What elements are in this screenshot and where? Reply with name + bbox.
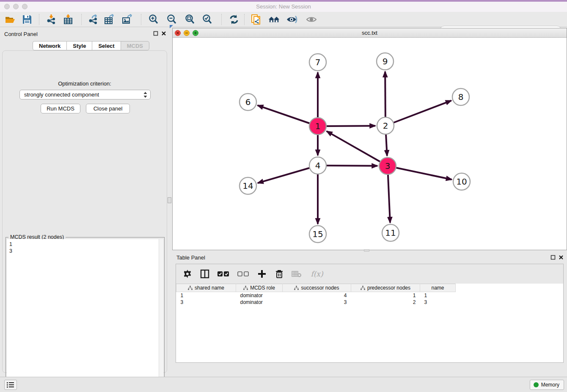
graph-node[interactable]: 4 — [309, 157, 326, 174]
delete-column-trash-icon[interactable] — [274, 268, 285, 279]
tab-network[interactable]: Network — [33, 41, 67, 50]
float-panel-icon[interactable] — [153, 31, 158, 36]
import-network-icon[interactable] — [46, 14, 58, 25]
graph-node[interactable]: 7 — [309, 54, 326, 71]
table-cell[interactable]: 1 — [420, 292, 456, 299]
run-mcds-button[interactable]: Run MCDS — [41, 104, 80, 113]
deselect-all-rows-icon[interactable] — [237, 268, 250, 279]
control-panel-tabs: Network Style Select MCDS — [33, 41, 149, 50]
window-titlebar: Session: New Session — [0, 0, 567, 12]
home-icon[interactable] — [268, 14, 280, 25]
column-header[interactable]: MCDS role — [236, 284, 283, 292]
node-table: shared nameMCDS rolesuccessor nodesprede… — [176, 284, 563, 306]
column-header[interactable]: predecessor nodes — [351, 284, 420, 292]
table-header-row[interactable]: shared nameMCDS rolesuccessor nodesprede… — [176, 284, 564, 292]
control-panel: Control Panel Network Style Select MCDS … — [0, 28, 170, 375]
task-list-button[interactable] — [4, 380, 17, 390]
horizontal-splitter-grip[interactable] — [364, 249, 369, 251]
zoom-fit-icon[interactable] — [184, 14, 196, 25]
mcds-result-line: 1 — [9, 241, 161, 248]
graph-node[interactable]: 6 — [239, 94, 256, 110]
dropdown-stepper-icon — [143, 91, 148, 98]
toolbar-separator — [244, 14, 245, 25]
table-cell[interactable]: 1 — [176, 292, 236, 299]
table-row[interactable]: 1dominator411 — [176, 292, 564, 299]
table-cell[interactable]: dominator — [236, 292, 283, 299]
network-window-titlebar: scc.txt — [173, 28, 567, 38]
zoom-out-icon[interactable] — [166, 14, 178, 25]
table-panel-body: f(x) shared nameMCDS rolesuccessor nodes… — [176, 264, 564, 363]
table-row[interactable]: 3dominator323 — [176, 299, 564, 306]
table-toolbar: f(x) — [176, 264, 563, 284]
save-session-icon[interactable] — [21, 14, 33, 25]
table-cell[interactable]: dominator — [236, 299, 283, 306]
toolbar-separator — [81, 14, 82, 25]
table-cell[interactable]: 1 — [351, 292, 420, 299]
float-table-panel-icon[interactable] — [550, 255, 556, 260]
optimization-criterion-label: Optimization criterion: — [3, 80, 167, 87]
tab-select[interactable]: Select — [92, 41, 121, 50]
network-canvas[interactable]: 7968124314101511 — [173, 38, 567, 250]
zoom-selected-icon[interactable] — [201, 14, 213, 25]
graph-node[interactable]: 2 — [377, 117, 394, 134]
zoom-in-icon[interactable] — [148, 14, 160, 25]
node-label: 11 — [385, 228, 396, 238]
graph-node[interactable]: 15 — [309, 226, 326, 243]
column-header[interactable]: successor nodes — [283, 284, 351, 292]
hide-panel-eye-icon[interactable] — [286, 14, 298, 25]
graph-node[interactable]: 10 — [453, 173, 470, 190]
toolbar-separator — [39, 14, 39, 25]
memory-button[interactable]: Memory — [530, 380, 564, 390]
close-panel-icon[interactable] — [161, 31, 166, 36]
open-session-icon[interactable] — [4, 14, 16, 25]
tab-mcds[interactable]: MCDS — [121, 41, 149, 50]
graph-node[interactable]: 3 — [379, 157, 396, 174]
node-label: 7 — [315, 57, 321, 67]
table-settings-gear-icon[interactable] — [182, 268, 193, 279]
mcds-tab-content: Optimization criterion: strongly connect… — [2, 50, 167, 373]
graph-node[interactable]: 9 — [377, 53, 394, 70]
close-table-panel-icon[interactable] — [559, 255, 564, 260]
export-network-icon[interactable] — [88, 14, 99, 25]
graph-node[interactable]: 1 — [309, 118, 326, 135]
optimization-criterion-select[interactable]: strongly connected component — [19, 90, 151, 99]
table-cell[interactable]: 2 — [351, 299, 420, 306]
vertical-splitter-grip[interactable] — [168, 197, 171, 203]
graph-node[interactable]: 14 — [239, 177, 256, 194]
column-header[interactable]: name — [420, 284, 456, 292]
network-window-title: scc.txt — [173, 30, 567, 36]
column-type-icon — [361, 286, 365, 290]
graph-edge[interactable] — [327, 131, 388, 166]
close-panel-button[interactable]: Close panel — [86, 104, 130, 113]
toolbar-separator — [141, 14, 141, 25]
graph-edge[interactable] — [258, 166, 318, 183]
table-cell[interactable]: 3 — [420, 299, 456, 306]
node-label: 4 — [315, 160, 321, 171]
node-label: 6 — [245, 97, 251, 107]
tab-style[interactable]: Style — [67, 41, 92, 50]
import-table-icon[interactable] — [62, 14, 74, 25]
graph-node[interactable]: 11 — [382, 224, 399, 241]
selected-criterion: strongly connected component — [24, 91, 143, 98]
export-table-icon[interactable] — [104, 14, 116, 25]
graph-edge[interactable] — [258, 105, 318, 126]
mcds-result-lines: 13 — [7, 239, 163, 256]
add-column-icon[interactable] — [256, 268, 267, 279]
table-cell[interactable]: 3 — [176, 299, 236, 306]
delete-table-icon-disabled — [291, 268, 302, 279]
table-cell[interactable]: 3 — [283, 299, 351, 306]
export-image-icon[interactable] — [121, 14, 133, 25]
mcds-result-textarea[interactable]: 13 — [7, 239, 163, 392]
column-type-icon — [243, 286, 248, 290]
graph-edge[interactable] — [388, 166, 452, 179]
graph-node[interactable]: 8 — [452, 88, 469, 105]
duplicate-network-icon[interactable] — [250, 14, 262, 25]
column-header[interactable]: shared name — [176, 284, 236, 292]
select-all-rows-icon[interactable] — [217, 268, 230, 279]
result-scrollbar[interactable] — [159, 239, 163, 392]
show-columns-icon[interactable] — [199, 268, 210, 279]
graph-edge[interactable] — [385, 101, 451, 126]
table-cell[interactable]: 4 — [283, 292, 351, 299]
show-panel-eye-icon[interactable] — [306, 14, 317, 25]
refresh-layout-icon[interactable] — [228, 14, 240, 25]
